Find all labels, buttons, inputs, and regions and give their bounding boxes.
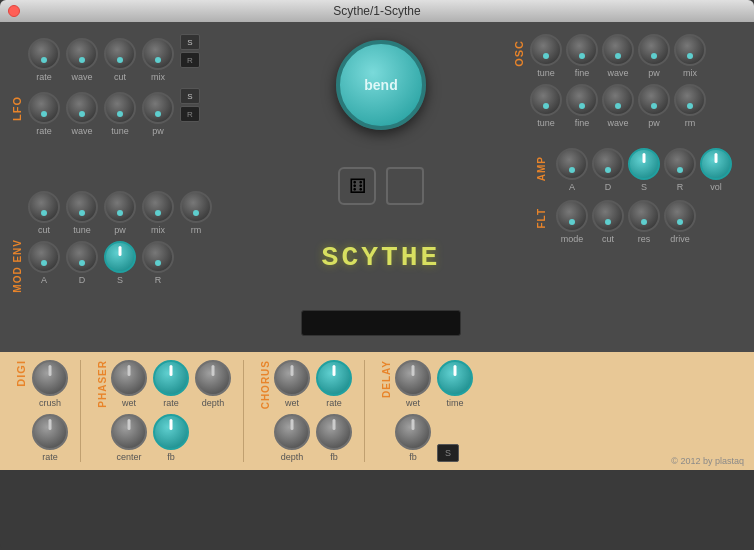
lfo-pw-2-knob[interactable] — [142, 92, 174, 124]
square-button[interactable] — [386, 167, 424, 205]
modenv-cut-label: cut — [38, 225, 50, 235]
phaser-label: PHASER — [97, 360, 108, 408]
dice-button[interactable]: ⚅ — [338, 167, 376, 205]
digi-rate-knob[interactable] — [32, 414, 68, 450]
digi-label: DIGI — [15, 360, 27, 387]
modenv-s-knob[interactable] — [104, 241, 136, 273]
modenv-r-knob-group: R — [142, 241, 174, 285]
digi-crush-knob[interactable] — [32, 360, 68, 396]
flt-drive-knob[interactable] — [664, 200, 696, 232]
lfo-tune-2-knob[interactable] — [104, 92, 136, 124]
osc-pw-1-knob[interactable] — [638, 34, 670, 66]
amp-s-knob[interactable] — [628, 148, 660, 180]
amp-vol-knob[interactable] — [700, 148, 732, 180]
delay-label: DELAY — [381, 360, 392, 398]
lfo-label: LFO — [11, 96, 23, 121]
flt-cut-knob[interactable] — [592, 200, 624, 232]
osc-wave-2-knob[interactable] — [602, 84, 634, 116]
lfo-wave-1-knob[interactable] — [66, 38, 98, 70]
lfo-mix-1-knob-group: mix — [142, 38, 174, 82]
flt-res-knob[interactable] — [628, 200, 660, 232]
amp-label: AMP — [536, 156, 547, 181]
lfo-r-button-2[interactable]: R — [180, 106, 200, 122]
modenv-a-label: A — [41, 275, 47, 285]
flt-label: FLT — [536, 208, 547, 229]
lfo-rate-2-knob-group: rate — [28, 92, 60, 136]
osc-fine-2-knob[interactable] — [566, 84, 598, 116]
modenv-pw-label: pw — [114, 225, 126, 235]
lfo-tune-2-knob-group: tune — [104, 92, 136, 136]
modenv-rm-label: rm — [191, 225, 202, 235]
lfo-wave-1-label: wave — [71, 72, 92, 82]
modenv-mix-knob[interactable] — [142, 191, 174, 223]
modenv-tune-label: tune — [73, 225, 91, 235]
lfo-tune-2-label: tune — [111, 126, 129, 136]
phaser-fb-knob[interactable] — [153, 414, 189, 450]
chorus-wet-knob[interactable] — [274, 360, 310, 396]
digi-rate-label: rate — [42, 452, 58, 462]
lfo-s-button-2[interactable]: S — [180, 88, 200, 104]
lfo-rate-1-label: rate — [36, 72, 52, 82]
modenv-tune-knob-group: tune — [66, 191, 98, 235]
black-bar — [301, 310, 461, 336]
phaser-wet-knob[interactable] — [111, 360, 147, 396]
lfo-wave-1-knob-group: wave — [66, 38, 98, 82]
osc-label: OSC — [513, 40, 525, 67]
delay-s-button[interactable]: S — [437, 444, 459, 462]
amp-d-knob[interactable] — [592, 148, 624, 180]
lfo-cut-1-label: cut — [114, 72, 126, 82]
phaser-depth-knob[interactable] — [195, 360, 231, 396]
osc-fine-1-knob[interactable] — [566, 34, 598, 66]
osc-tune-1-knob[interactable] — [530, 34, 562, 66]
modenv-mix-knob-group: mix — [142, 191, 174, 235]
modenv-pw-knob[interactable] — [104, 191, 136, 223]
modenv-d-knob[interactable] — [66, 241, 98, 273]
modenv-pw-knob-group: pw — [104, 191, 136, 235]
lfo-cut-1-knob[interactable] — [104, 38, 136, 70]
bend-label: bend — [364, 77, 397, 93]
osc-wave-1-knob[interactable] — [602, 34, 634, 66]
modenv-d-knob-group: D — [66, 241, 98, 285]
delay-wet-knob[interactable] — [395, 360, 431, 396]
modenv-a-knob-group: A — [28, 241, 60, 285]
lfo-pw-2-label: pw — [152, 126, 164, 136]
lfo-r-button-1[interactable]: R — [180, 52, 200, 68]
modenv-d-label: D — [79, 275, 86, 285]
lfo-mix-1-label: mix — [151, 72, 165, 82]
modenv-label: MOD ENV — [12, 239, 23, 293]
modenv-r-label: R — [155, 275, 162, 285]
amp-a-knob[interactable] — [556, 148, 588, 180]
modenv-a-knob[interactable] — [28, 241, 60, 273]
flt-mode-knob[interactable] — [556, 200, 588, 232]
osc-rm-2-knob[interactable] — [674, 84, 706, 116]
chorus-rate-knob[interactable] — [316, 360, 352, 396]
modenv-r-knob[interactable] — [142, 241, 174, 273]
modenv-cut-knob-group: cut — [28, 191, 60, 235]
osc-mix-1-knob[interactable] — [674, 34, 706, 66]
lfo-wave-2-knob[interactable] — [66, 92, 98, 124]
phaser-center-knob[interactable] — [111, 414, 147, 450]
bend-knob[interactable]: bend — [336, 40, 426, 130]
osc-pw-2-knob[interactable] — [638, 84, 670, 116]
delay-time-knob[interactable] — [437, 360, 473, 396]
copyright: © 2012 by plastaq — [671, 456, 744, 466]
chorus-fb-knob[interactable] — [316, 414, 352, 450]
modenv-tune-knob[interactable] — [66, 191, 98, 223]
chorus-label: CHORUS — [260, 360, 271, 409]
lfo-mix-1-knob[interactable] — [142, 38, 174, 70]
osc-tune-2-knob[interactable] — [530, 84, 562, 116]
lfo-rate-1-knob[interactable] — [28, 38, 60, 70]
close-button[interactable] — [8, 5, 20, 17]
digi-crush-label: crush — [39, 398, 61, 408]
phaser-rate-knob[interactable] — [153, 360, 189, 396]
chorus-depth-knob[interactable] — [274, 414, 310, 450]
modenv-rm-knob[interactable] — [180, 191, 212, 223]
amp-r-knob[interactable] — [664, 148, 696, 180]
modenv-s-label: S — [117, 275, 123, 285]
lfo-rate-1-knob-group: rate — [28, 38, 60, 82]
modenv-rm-knob-group: rm — [180, 191, 212, 235]
modenv-cut-knob[interactable] — [28, 191, 60, 223]
delay-fb-knob[interactable] — [395, 414, 431, 450]
lfo-rate-2-knob[interactable] — [28, 92, 60, 124]
lfo-s-button-1[interactable]: S — [180, 34, 200, 50]
